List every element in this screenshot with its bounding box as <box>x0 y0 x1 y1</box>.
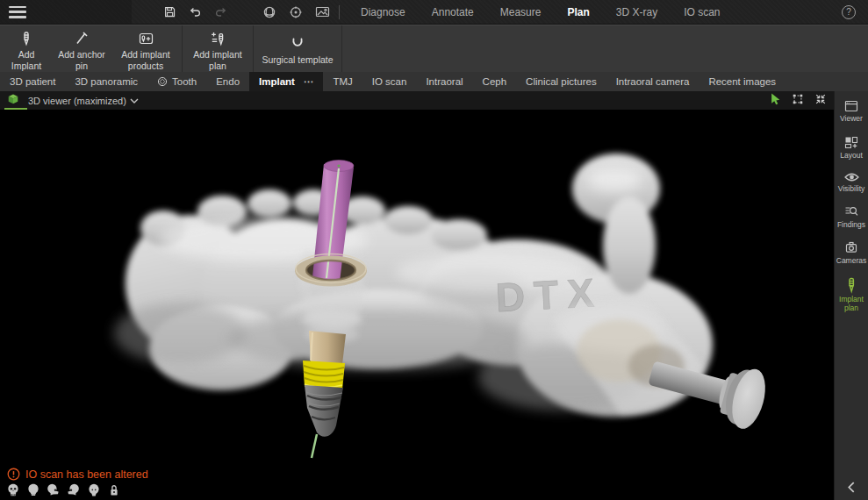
findings-search-list-icon <box>844 204 858 218</box>
viewer-header: 3D viewer (maximized) <box>0 91 834 110</box>
hamburger-menu-icon[interactable] <box>9 6 26 18</box>
alert-icon <box>7 468 20 481</box>
sidebar-item-visibility[interactable]: Visibility <box>835 172 868 194</box>
green-implant-axis <box>312 434 317 458</box>
3d-scene: DTX <box>0 110 834 500</box>
lock-orientation-icon[interactable] <box>106 482 121 497</box>
sidebar-item-cameras[interactable]: Cameras <box>835 241 868 266</box>
pointer-tool-icon[interactable] <box>771 93 781 109</box>
3d-viewport[interactable]: DTX <box>0 110 834 500</box>
sidebar-item-layout[interactable]: Layout <box>835 135 868 161</box>
focus-target-icon[interactable] <box>289 5 303 19</box>
add-implant-products-button[interactable]: Add implant products <box>111 25 181 72</box>
marquee-zoom-icon[interactable] <box>792 93 804 109</box>
tab-tooth[interactable]: Tooth <box>147 72 206 91</box>
help-icon[interactable]: ? <box>842 5 856 19</box>
plan-ribbon: Add Implant Add anchor pin Add implant p… <box>0 25 868 72</box>
gray-implant-body <box>305 385 343 437</box>
surgical-template-icon <box>289 35 306 53</box>
ribbon-divider <box>253 25 254 72</box>
menu-plan[interactable]: Plan <box>567 6 589 18</box>
menu-diagnose[interactable]: Diagnose <box>361 6 405 18</box>
implant-plan-add-icon <box>210 31 226 46</box>
skull-right-side-icon[interactable] <box>46 482 61 497</box>
viewer-title: 3D viewer (maximized) <box>28 96 126 106</box>
surgical-template-button[interactable]: Surgical template <box>255 25 341 72</box>
implant-products-icon <box>138 31 154 46</box>
status-warning: IO scan has been altered <box>7 468 148 481</box>
save-icon[interactable] <box>163 5 176 18</box>
menu-annotate[interactable]: Annotate <box>432 6 474 18</box>
sidebar-label-layout: Layout <box>840 152 863 161</box>
tab-io-scan[interactable]: IO scan <box>362 72 417 91</box>
sidebar-item-implant-plan[interactable]: Implant plan <box>835 277 868 313</box>
fit-view-icon[interactable] <box>814 93 827 109</box>
tab-3d-patient[interactable]: 3D patient <box>0 72 65 91</box>
main-content: 3D viewer (maximized) <box>0 91 868 500</box>
add-implant-plan-label: Add implant plan <box>189 49 247 71</box>
ribbon-divider <box>341 25 342 72</box>
render-sphere-icon[interactable] <box>262 5 276 19</box>
camera-icon <box>844 241 858 254</box>
skull-left-side-icon[interactable] <box>66 482 81 497</box>
yellow-highlighted-implant-threads <box>303 361 345 389</box>
menu-measure[interactable]: Measure <box>500 6 542 18</box>
surgical-template-label: Surgical template <box>262 54 333 66</box>
right-sidebar: Viewer Layout Visibility <box>834 91 868 500</box>
skull-top-icon[interactable] <box>86 482 101 497</box>
ribbon-divider <box>182 25 183 72</box>
tab-3d-panoramic[interactable]: 3D panoramic <box>65 72 147 91</box>
top-toolbar-icons <box>163 5 330 19</box>
add-implant-products-label: Add implant products <box>116 49 176 71</box>
top-bar: Diagnose Annotate Measure Plan 3D X-ray … <box>0 0 868 25</box>
implant-abutment <box>309 331 346 364</box>
tab-ceph[interactable]: Ceph <box>473 72 517 91</box>
sidebar-collapse-chevron-icon[interactable] <box>847 482 856 493</box>
toolbar-divider <box>339 5 340 19</box>
add-anchor-pin-label: Add anchor pin <box>58 49 105 71</box>
image-snapshot-icon[interactable] <box>315 5 330 18</box>
implant-plan-icon <box>844 277 858 293</box>
sidebar-item-findings[interactable]: Findings <box>835 204 868 230</box>
warning-text: IO scan has been altered <box>25 468 148 481</box>
viewer-header-controls <box>771 93 827 109</box>
add-implant-plan-button[interactable]: Add implant plan <box>183 25 252 72</box>
tab-tmj[interactable]: TMJ <box>323 72 362 91</box>
undo-icon[interactable] <box>189 5 202 18</box>
menu-io-scan[interactable]: IO scan <box>684 6 720 18</box>
main-menu: Diagnose Annotate Measure Plan 3D X-ray … <box>361 6 720 18</box>
tab-endo[interactable]: Endo <box>206 72 249 91</box>
eye-icon <box>844 172 859 182</box>
skull-front-icon[interactable] <box>5 482 20 497</box>
tab-intraoral[interactable]: Intraoral <box>416 72 472 91</box>
skull-back-icon[interactable] <box>25 482 40 497</box>
viewer-panel: 3D viewer (maximized) <box>0 91 834 500</box>
viewer-selector-dropdown[interactable]: 3D viewer (maximized) <box>7 93 139 109</box>
chevron-down-icon <box>130 97 139 104</box>
sidebar-label-cameras: Cameras <box>836 257 866 266</box>
add-implant-label: Add Implant <box>5 49 47 71</box>
sidebar-label-visibility: Visibility <box>838 185 865 194</box>
add-anchor-pin-button[interactable]: Add anchor pin <box>53 25 111 72</box>
implant-icon <box>18 31 34 46</box>
sidebar-label-viewer: Viewer <box>840 115 863 124</box>
orientation-presets <box>5 482 121 497</box>
sidebar-item-viewer[interactable]: Viewer <box>835 100 868 124</box>
tab-recent-images[interactable]: Recent images <box>699 72 786 91</box>
3d-cube-icon <box>7 93 19 109</box>
top-bar-left <box>0 0 132 24</box>
tooth-disc-icon <box>157 76 168 87</box>
workspace-tab-bar: 3D patient 3D panoramic Tooth Endo Impla… <box>0 72 868 91</box>
add-implant-button[interactable]: Add Implant <box>0 25 53 72</box>
tab-more-options-icon[interactable]: ⋯ <box>300 72 324 91</box>
viewer-window-icon <box>844 100 858 112</box>
dental-implant-planning-app: Diagnose Annotate Measure Plan 3D X-ray … <box>0 0 868 500</box>
tab-intraoral-camera[interactable]: Intraoral camera <box>606 72 699 91</box>
tab-clinical-pictures[interactable]: Clinical pictures <box>516 72 606 91</box>
tab-implant[interactable]: Implant <box>249 72 300 91</box>
menu-3d-xray[interactable]: 3D X-ray <box>616 6 657 18</box>
redo-icon[interactable] <box>214 5 227 18</box>
layout-grid-icon <box>844 135 858 149</box>
anchor-pin-icon <box>74 31 90 46</box>
sidebar-label-findings: Findings <box>837 221 865 230</box>
